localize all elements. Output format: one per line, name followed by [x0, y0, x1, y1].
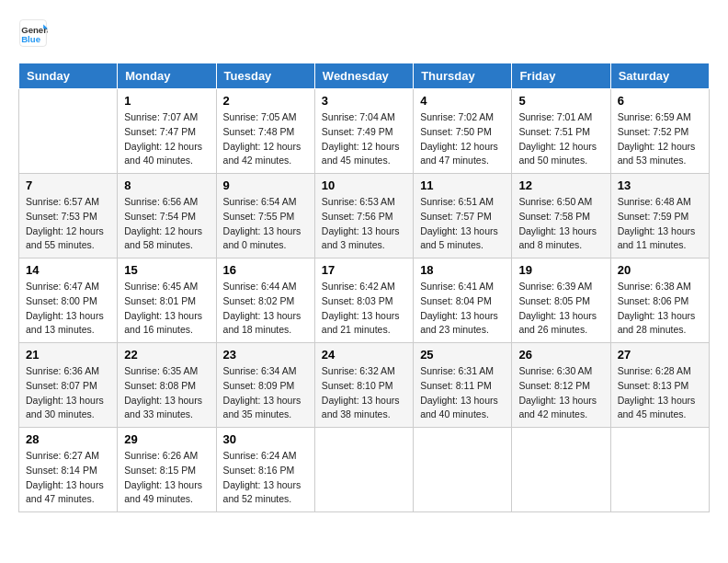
svg-text:Blue: Blue [21, 34, 40, 44]
day-number: 11 [420, 178, 505, 192]
day-info: Sunrise: 6:36 AMSunset: 8:07 PMDaylight:… [26, 364, 110, 422]
calendar-cell: 4Sunrise: 7:02 AMSunset: 7:50 PMDaylight… [414, 89, 512, 174]
day-number: 28 [26, 432, 110, 446]
day-info: Sunrise: 7:05 AMSunset: 7:48 PMDaylight:… [223, 110, 308, 168]
day-info: Sunrise: 6:50 AMSunset: 7:58 PMDaylight:… [518, 195, 603, 253]
day-number: 19 [518, 263, 603, 277]
calendar-cell: 21Sunrise: 6:36 AMSunset: 8:07 PMDayligh… [19, 343, 118, 428]
day-header-thursday: Thursday [414, 63, 512, 89]
day-info: Sunrise: 6:30 AMSunset: 8:12 PMDaylight:… [518, 364, 603, 422]
day-info: Sunrise: 6:56 AMSunset: 7:54 PMDaylight:… [124, 195, 209, 253]
calendar-cell: 14Sunrise: 6:47 AMSunset: 8:00 PMDayligh… [19, 259, 118, 343]
day-info: Sunrise: 7:07 AMSunset: 7:47 PMDaylight:… [124, 110, 209, 168]
day-number: 1 [124, 94, 209, 108]
day-number: 17 [322, 263, 406, 277]
day-number: 13 [618, 178, 702, 192]
calendar-cell: 1Sunrise: 7:07 AMSunset: 7:47 PMDaylight… [118, 89, 216, 174]
calendar-week-2: 7Sunrise: 6:57 AMSunset: 7:53 PMDaylight… [19, 174, 710, 259]
day-info: Sunrise: 6:28 AMSunset: 8:13 PMDaylight:… [618, 364, 702, 422]
calendar-cell: 18Sunrise: 6:41 AMSunset: 8:04 PMDayligh… [414, 259, 512, 343]
day-header-monday: Monday [118, 63, 216, 89]
day-header-tuesday: Tuesday [216, 63, 314, 89]
calendar-cell: 13Sunrise: 6:48 AMSunset: 7:59 PMDayligh… [610, 174, 709, 259]
day-number: 22 [124, 348, 209, 362]
day-info: Sunrise: 6:26 AMSunset: 8:15 PMDaylight:… [124, 449, 209, 507]
day-number: 18 [420, 263, 505, 277]
calendar-cell: 20Sunrise: 6:38 AMSunset: 8:06 PMDayligh… [610, 259, 709, 343]
day-number: 2 [223, 94, 308, 108]
logo-icon: General Blue [18, 18, 48, 48]
calendar-header-row: SundayMondayTuesdayWednesdayThursdayFrid… [19, 63, 710, 89]
calendar-cell: 28Sunrise: 6:27 AMSunset: 8:14 PMDayligh… [19, 428, 118, 512]
calendar-cell: 30Sunrise: 6:24 AMSunset: 8:16 PMDayligh… [216, 428, 314, 512]
day-info: Sunrise: 6:48 AMSunset: 7:59 PMDaylight:… [618, 195, 702, 253]
calendar-cell: 2Sunrise: 7:05 AMSunset: 7:48 PMDaylight… [216, 89, 314, 174]
calendar-cell: 17Sunrise: 6:42 AMSunset: 8:03 PMDayligh… [314, 259, 413, 343]
day-number: 5 [518, 94, 603, 108]
calendar-cell: 24Sunrise: 6:32 AMSunset: 8:10 PMDayligh… [314, 343, 413, 428]
day-number: 14 [26, 263, 110, 277]
day-info: Sunrise: 6:51 AMSunset: 7:57 PMDaylight:… [420, 195, 505, 253]
calendar-cell [414, 428, 512, 512]
calendar-cell: 5Sunrise: 7:01 AMSunset: 7:51 PMDaylight… [512, 89, 610, 174]
calendar-cell [610, 428, 709, 512]
day-info: Sunrise: 6:31 AMSunset: 8:11 PMDaylight:… [420, 364, 505, 422]
day-number: 3 [322, 94, 406, 108]
day-info: Sunrise: 6:54 AMSunset: 7:55 PMDaylight:… [223, 195, 308, 253]
day-number: 10 [322, 178, 406, 192]
day-number: 4 [420, 94, 505, 108]
day-number: 16 [223, 263, 308, 277]
calendar-cell [19, 89, 118, 174]
calendar-cell: 11Sunrise: 6:51 AMSunset: 7:57 PMDayligh… [414, 174, 512, 259]
calendar-cell: 9Sunrise: 6:54 AMSunset: 7:55 PMDaylight… [216, 174, 314, 259]
day-info: Sunrise: 6:53 AMSunset: 7:56 PMDaylight:… [322, 195, 406, 253]
day-info: Sunrise: 6:59 AMSunset: 7:52 PMDaylight:… [618, 110, 702, 168]
day-number: 9 [223, 178, 308, 192]
day-info: Sunrise: 6:47 AMSunset: 8:00 PMDaylight:… [26, 280, 110, 338]
calendar-cell: 16Sunrise: 6:44 AMSunset: 8:02 PMDayligh… [216, 259, 314, 343]
calendar-cell: 7Sunrise: 6:57 AMSunset: 7:53 PMDaylight… [19, 174, 118, 259]
page-header: General Blue [18, 18, 710, 48]
calendar-week-4: 21Sunrise: 6:36 AMSunset: 8:07 PMDayligh… [19, 343, 710, 428]
day-header-friday: Friday [512, 63, 610, 89]
day-number: 12 [518, 178, 603, 192]
day-number: 26 [518, 348, 603, 362]
calendar-cell [314, 428, 413, 512]
day-info: Sunrise: 7:02 AMSunset: 7:50 PMDaylight:… [420, 110, 505, 168]
day-number: 30 [223, 432, 308, 446]
day-number: 20 [618, 263, 702, 277]
day-header-sunday: Sunday [19, 63, 118, 89]
day-number: 25 [420, 348, 505, 362]
calendar-cell: 8Sunrise: 6:56 AMSunset: 7:54 PMDaylight… [118, 174, 216, 259]
calendar-cell: 23Sunrise: 6:34 AMSunset: 8:09 PMDayligh… [216, 343, 314, 428]
day-info: Sunrise: 6:38 AMSunset: 8:06 PMDaylight:… [618, 280, 702, 338]
day-number: 29 [124, 432, 209, 446]
calendar-cell: 3Sunrise: 7:04 AMSunset: 7:49 PMDaylight… [314, 89, 413, 174]
day-number: 15 [124, 263, 209, 277]
day-info: Sunrise: 6:24 AMSunset: 8:16 PMDaylight:… [223, 449, 308, 507]
day-info: Sunrise: 6:27 AMSunset: 8:14 PMDaylight:… [26, 449, 110, 507]
calendar-cell: 6Sunrise: 6:59 AMSunset: 7:52 PMDaylight… [610, 89, 709, 174]
calendar-week-5: 28Sunrise: 6:27 AMSunset: 8:14 PMDayligh… [19, 428, 710, 512]
day-info: Sunrise: 6:34 AMSunset: 8:09 PMDaylight:… [223, 364, 308, 422]
calendar-cell: 15Sunrise: 6:45 AMSunset: 8:01 PMDayligh… [118, 259, 216, 343]
day-info: Sunrise: 6:42 AMSunset: 8:03 PMDaylight:… [322, 280, 406, 338]
day-number: 24 [322, 348, 406, 362]
day-number: 21 [26, 348, 110, 362]
day-info: Sunrise: 6:57 AMSunset: 7:53 PMDaylight:… [26, 195, 110, 253]
day-info: Sunrise: 6:45 AMSunset: 8:01 PMDaylight:… [124, 280, 209, 338]
calendar-week-1: 1Sunrise: 7:07 AMSunset: 7:47 PMDaylight… [19, 89, 710, 174]
day-number: 23 [223, 348, 308, 362]
calendar-cell: 10Sunrise: 6:53 AMSunset: 7:56 PMDayligh… [314, 174, 413, 259]
day-info: Sunrise: 6:35 AMSunset: 8:08 PMDaylight:… [124, 364, 209, 422]
day-header-wednesday: Wednesday [314, 63, 413, 89]
calendar-cell: 29Sunrise: 6:26 AMSunset: 8:15 PMDayligh… [118, 428, 216, 512]
day-info: Sunrise: 7:01 AMSunset: 7:51 PMDaylight:… [518, 110, 603, 168]
day-info: Sunrise: 6:41 AMSunset: 8:04 PMDaylight:… [420, 280, 505, 338]
calendar-cell: 27Sunrise: 6:28 AMSunset: 8:13 PMDayligh… [610, 343, 709, 428]
logo: General Blue [18, 18, 51, 48]
calendar-cell: 22Sunrise: 6:35 AMSunset: 8:08 PMDayligh… [118, 343, 216, 428]
day-info: Sunrise: 7:04 AMSunset: 7:49 PMDaylight:… [322, 110, 406, 168]
calendar-cell: 12Sunrise: 6:50 AMSunset: 7:58 PMDayligh… [512, 174, 610, 259]
day-number: 27 [618, 348, 702, 362]
